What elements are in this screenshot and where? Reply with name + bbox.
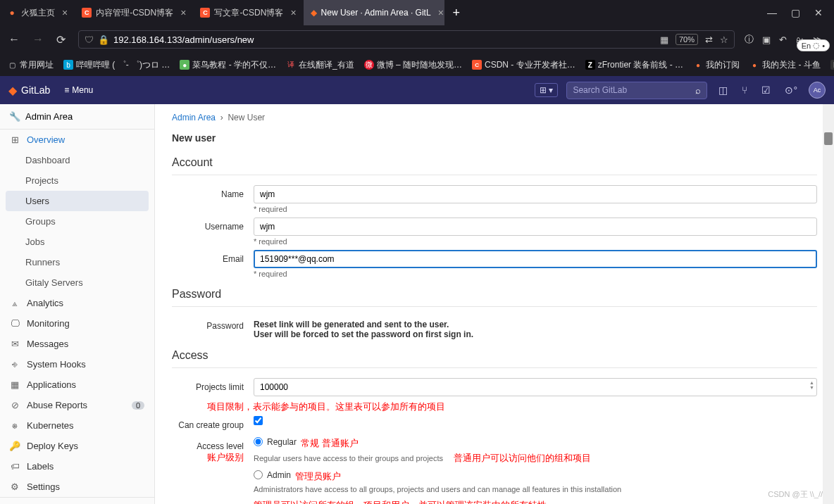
kubernetes-icon: ⎈ [10,420,20,431]
csdn-icon: C [200,8,210,18]
close-icon[interactable]: × [62,7,68,18]
bookmark-subscriptions[interactable]: ●我的订阅 [693,59,740,71]
breadcrumb: Admin Area › New User [172,113,817,122]
new-button[interactable]: ⊞ ▾ [535,83,558,97]
projects-limit-input[interactable] [254,378,817,396]
gitlab-logo[interactable]: ◆GitLab [8,84,50,97]
ime-badge[interactable]: En◌• [797,39,830,51]
sidebar-item-analytics[interactable]: ⟁Analytics [0,293,154,313]
translate-icon[interactable]: ⇄ [705,34,713,45]
info-icon[interactable]: ⓘ [745,33,754,46]
bookmark-csdn[interactable]: CCSDN - 专业开发者社… [472,59,575,71]
analytics-icon: ⟁ [10,298,20,308]
email-input[interactable] [254,250,817,268]
sidebar-item-abuse[interactable]: ⊘Abuse Reports0 [0,395,154,415]
sidebar-item-groups[interactable]: Groups [0,211,154,232]
minimize-icon[interactable]: — [767,7,777,18]
bookmark-star-icon[interactable]: ☆ [720,34,728,45]
bookmark-bilibili[interactable]: b哔哩哔哩 ( ゜- ゜)つロ … [63,59,170,71]
tab-csdn-content[interactable]: C内容管理-CSDN博客× [75,0,193,25]
bookmark-folder[interactable]: ▢常用网址 [7,59,54,71]
sidebar-item-messages[interactable]: ✉Messages [0,334,154,354]
sidebar-title[interactable]: 🔧Admin Area [0,104,154,130]
sidebar-item-applications[interactable]: ▦Applications [0,374,154,395]
merge-requests-icon[interactable]: ⑂ [739,82,750,99]
name-input[interactable] [254,185,817,203]
folder-icon: ▢ [7,60,17,70]
sidebar-item-overview[interactable]: ⊞Overview [0,130,154,150]
tab-bar: ●火狐主页× C内容管理-CSDN博客× C写文章-CSDN博客× ◆New U… [0,0,834,25]
bookmark-youdao[interactable]: 译在线翻译_有道 [286,59,354,71]
search-input[interactable]: ⌕ [566,82,707,99]
hooks-icon: ⎆ [10,359,20,370]
sidebar-item-users[interactable]: Users [6,191,149,211]
gitlab-icon: ◆ [8,84,17,97]
sidebar-item-kubernetes[interactable]: ⎈Kubernetes [0,415,154,436]
sidebar-item-deploy-keys[interactable]: 🔑Deploy Keys [0,436,154,456]
annotation-admin: 管理员账户 [295,470,341,483]
menu-button[interactable]: ≡Menu [58,82,99,98]
access-regular-radio[interactable] [254,437,263,446]
bookmark-weibo[interactable]: 微微博 – 随时随地发现… [364,59,462,71]
sidebar-item-jobs[interactable]: Jobs [0,232,154,252]
breadcrumb-root[interactable]: Admin Area [172,113,216,122]
sidebar-item-gitaly[interactable]: Gitaly Servers [0,272,154,293]
extension-icon[interactable]: ▣ [762,34,771,45]
email-hint: * required [254,270,817,278]
forward-button[interactable]: → [30,30,46,49]
back-button[interactable]: ← [6,30,23,49]
page-title: New user [172,132,817,144]
sidebar-item-dashboard[interactable]: Dashboard [0,150,154,170]
spinner-icon[interactable]: ▲▼ [809,380,814,390]
tab-csdn-write[interactable]: C写文章-CSDN博客× [193,0,303,25]
search-icon: ⌕ [695,85,701,96]
address-bar[interactable]: 🛡 🔒 192.168.164.133/admin/users/new ▦ 70… [78,30,735,49]
close-window-icon[interactable]: ✕ [814,7,823,18]
access-admin-radio[interactable] [254,470,263,479]
reload-button[interactable]: ⟳ [54,30,68,49]
bookmark-zfrontier[interactable]: ZzFrontier 装备前线 - … [585,59,683,71]
username-input[interactable] [254,218,817,236]
name-label: Name [172,185,254,199]
bookmark-runoob[interactable]: ●菜鸟教程 - 学的不仅… [180,59,276,71]
sidebar-item-labels[interactable]: 🏷Labels [0,456,154,477]
scrollbar-thumb[interactable] [824,132,833,145]
sidebar-item-hooks[interactable]: ⎆System Hooks [0,354,154,374]
close-icon[interactable]: × [290,7,296,18]
maximize-icon[interactable]: ▢ [791,7,800,18]
tab-gitlab[interactable]: ◆New User · Admin Area · GitL× [304,0,444,25]
name-hint: * required [254,205,817,213]
help-icon[interactable]: ⊙° [782,82,800,99]
tab-firefox-home[interactable]: ●火狐主页× [0,0,75,25]
youdao-icon: 译 [286,60,296,70]
avatar[interactable]: Ac [809,82,826,99]
sidebar-item-monitoring[interactable]: 🖵Monitoring [0,313,154,334]
sidebar-item-runners[interactable]: Runners [0,252,154,272]
close-icon[interactable]: × [438,7,444,18]
can-create-group-checkbox[interactable] [254,416,263,425]
collapse-sidebar-button[interactable]: ≪Collapse sidebar [0,497,154,504]
todos-icon[interactable]: ☑ [759,82,773,99]
shield-icon: 🛡 [85,34,94,45]
key-icon: 🔑 [10,441,20,451]
close-icon[interactable]: × [180,7,186,18]
search-field[interactable] [573,85,691,95]
scrollbar[interactable] [823,104,834,504]
sidebar-item-settings[interactable]: ⚙Settings [0,477,154,497]
bilibili-icon: b [63,60,73,70]
url-text: 192.168.164.133/admin/users/new [113,34,656,45]
regular-label: Regular [267,437,297,447]
qr-icon[interactable]: ▦ [660,34,668,45]
bookmark-linux[interactable]: L【Linux三剑客】下架… [830,59,834,71]
undo-icon[interactable]: ↶ [779,34,787,45]
issues-icon[interactable]: ◫ [716,82,730,99]
labels-icon: 🏷 [10,461,20,472]
new-tab-button[interactable]: + [444,6,469,20]
email-label: Email [172,250,254,264]
firefox-icon: ● [693,60,703,70]
annotation-projects-limit: 项目限制，表示能参与的项目。这里表可以参加所有的项目 [207,401,817,413]
zoom-badge[interactable]: 70% [676,34,698,45]
bookmark-douyu[interactable]: ●我的关注 - 斗鱼 [749,59,821,71]
hamburger-icon: ≡ [64,85,69,95]
sidebar-item-projects[interactable]: Projects [0,170,154,191]
